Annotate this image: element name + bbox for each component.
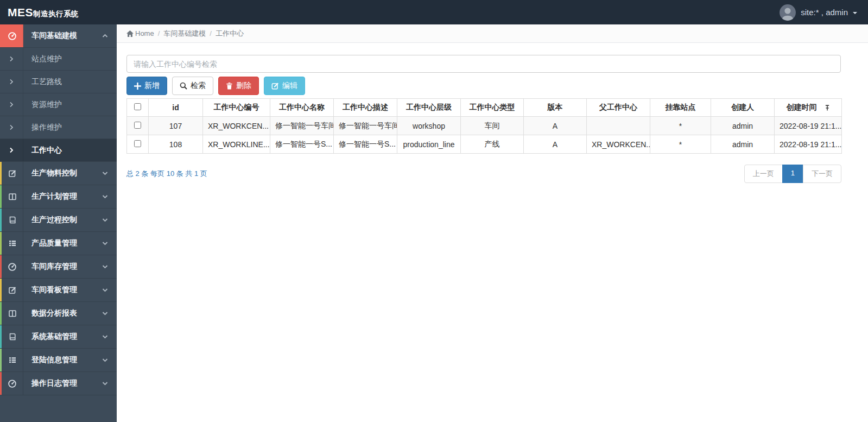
- app-brand: MES制造执行系统: [0, 6, 79, 19]
- edit-icon: [0, 162, 23, 185]
- sidebar-group-material-control[interactable]: 生产物料控制: [0, 162, 117, 185]
- cell-station: *: [650, 135, 711, 154]
- sidebar-group-login-info-management[interactable]: 登陆信息管理: [0, 349, 117, 372]
- sidebar: 车间基础建模 站点维护 工艺路线 资源维护 操作维护 工作中心 生产物料控制 生…: [0, 24, 117, 422]
- pagination: 上一页 1 下一页: [744, 165, 841, 183]
- table-header-row: id 工作中心编号 工作中心名称 工作中心描述 工作中心层级 工作中心类型 版本…: [127, 99, 842, 117]
- pagination-summary: 总 2 条 每页 10 条 共 1 页: [126, 169, 207, 179]
- cell-name: 修一智能一号S...: [270, 135, 334, 154]
- breadcrumb: Home / 车间基础建模 / 工作中心: [117, 24, 868, 43]
- cell-description: 修一智能一号S...: [334, 135, 397, 154]
- chevron-right-icon: [0, 71, 23, 93]
- sidebar-group-operation-log-management[interactable]: 操作日志管理: [0, 372, 117, 395]
- chevron-right-icon: [0, 48, 23, 70]
- sidebar-item-process-route[interactable]: 工艺路线: [0, 71, 117, 93]
- sidebar-group-plan-management[interactable]: 生产计划管理: [0, 185, 117, 209]
- column-header-description: 工作中心描述: [334, 99, 397, 117]
- sidebar-item-site-maintenance[interactable]: 站点维护: [0, 48, 117, 71]
- magnifier-icon: [180, 82, 187, 90]
- table-row[interactable]: 108 XR_WORKLINE... 修一智能一号S... 修一智能一号S...…: [127, 135, 842, 154]
- cell-creator: admin: [711, 117, 775, 135]
- row-checkbox[interactable]: [134, 122, 141, 129]
- column-header-version: 版本: [524, 99, 587, 117]
- sidebar-item-label: 资源维护: [23, 100, 62, 110]
- row-checkbox[interactable]: [134, 140, 141, 147]
- sidebar-group-quality-management[interactable]: 产品质量管理: [0, 232, 117, 255]
- cell-type: 车间: [461, 117, 524, 135]
- trash-icon: [226, 82, 233, 90]
- cell-level: production_line: [397, 135, 461, 154]
- edit-icon: [0, 279, 23, 301]
- top-navbar: MES制造执行系统 site:* , admin: [0, 0, 868, 24]
- book-icon: [0, 209, 23, 231]
- chevron-down-icon: [102, 358, 108, 362]
- user-menu[interactable]: site:* , admin: [780, 4, 868, 21]
- user-label: site:* , admin: [801, 8, 848, 17]
- plus-icon: [134, 83, 141, 90]
- cell-parent: XR_WORKCEN...: [587, 135, 650, 154]
- column-header-level: 工作中心层级: [397, 99, 461, 117]
- select-all-checkbox[interactable]: [134, 103, 141, 110]
- cell-parent: [587, 117, 650, 135]
- brand-mes: MES: [8, 6, 33, 18]
- sidebar-group-data-analysis-report[interactable]: 数据分析报表: [0, 302, 117, 325]
- sidebar-item-work-center[interactable]: 工作中心: [0, 139, 117, 162]
- next-page-button[interactable]: 下一页: [803, 165, 841, 183]
- sidebar-item-label: 工作中心: [23, 146, 62, 155]
- search-input[interactable]: [126, 55, 841, 73]
- sidebar-group-kanban-management[interactable]: 车间看板管理: [0, 279, 117, 302]
- columns-icon: [0, 185, 23, 208]
- chevron-up-icon: [102, 34, 108, 38]
- cell-description: 修一智能一号车间: [334, 117, 397, 135]
- breadcrumb-home-link[interactable]: Home: [126, 29, 154, 37]
- search-button[interactable]: 检索: [172, 77, 213, 95]
- tachometer-icon: [0, 255, 23, 278]
- table-row[interactable]: 107 XR_WORKCEN... 修一智能一号车间 修一智能一号车间 work…: [127, 117, 842, 135]
- cell-creator: admin: [711, 135, 775, 154]
- chevron-down-icon: [102, 218, 108, 222]
- cell-type: 产线: [461, 135, 524, 154]
- toolbar: 新增 检索 删除 编辑: [126, 77, 868, 95]
- sidebar-item-operation-maintenance[interactable]: 操作维护: [0, 116, 117, 139]
- sidebar-group-workshop-modeling[interactable]: 车间基础建模: [0, 24, 117, 48]
- page-1-button[interactable]: 1: [782, 165, 803, 183]
- sidebar-item-label: 站点维护: [23, 54, 62, 64]
- edit-button[interactable]: 编辑: [264, 77, 305, 95]
- breadcrumb-link-workshop-modeling[interactable]: 车间基础建模: [163, 29, 206, 39]
- table-footer: 总 2 条 每页 10 条 共 1 页 上一页 1 下一页: [126, 165, 841, 183]
- avatar: [780, 4, 796, 21]
- sidebar-group-system-management[interactable]: 系统基础管理: [0, 325, 117, 349]
- thumbtack-icon[interactable]: [825, 104, 830, 111]
- column-header-station: 挂靠站点: [650, 99, 711, 117]
- column-header-type: 工作中心类型: [461, 99, 524, 117]
- chevron-down-icon: [102, 171, 108, 175]
- work-center-table: id 工作中心编号 工作中心名称 工作中心描述 工作中心层级 工作中心类型 版本…: [126, 98, 842, 154]
- tachometer-icon: [0, 372, 23, 395]
- add-button[interactable]: 新增: [126, 77, 167, 95]
- sidebar-group-label: 车间基础建模: [23, 31, 102, 41]
- column-header-created-time: 创建时间: [775, 99, 842, 117]
- caret-down-icon: [853, 12, 857, 14]
- sidebar-group-process-control[interactable]: 生产过程控制: [0, 209, 117, 232]
- delete-button[interactable]: 删除: [218, 77, 259, 95]
- cell-level: workshop: [397, 117, 461, 135]
- prev-page-button[interactable]: 上一页: [744, 165, 783, 183]
- sidebar-group-inventory-management[interactable]: 车间库存管理: [0, 255, 117, 279]
- cell-created-time: 2022-08-19 21:1...: [775, 117, 842, 135]
- chevron-down-icon: [102, 335, 108, 339]
- cell-station: *: [650, 117, 711, 135]
- tachometer-icon: [0, 24, 23, 47]
- breadcrumb-current: 工作中心: [216, 29, 244, 39]
- chevron-down-icon: [102, 194, 108, 199]
- columns-icon: [0, 302, 23, 325]
- sidebar-item-resource-maintenance[interactable]: 资源维护: [0, 93, 117, 116]
- pencil-square-icon: [271, 82, 279, 90]
- chevron-right-icon: [0, 139, 23, 161]
- chevron-down-icon: [102, 241, 108, 245]
- brand-subtitle: 制造执行系统: [33, 10, 79, 18]
- column-header-parent: 父工作中心: [587, 99, 650, 117]
- cell-version: A: [524, 135, 587, 154]
- cell-id: 107: [149, 117, 203, 135]
- cell-name: 修一智能一号车间: [270, 117, 334, 135]
- sidebar-item-label: 工艺路线: [23, 77, 62, 87]
